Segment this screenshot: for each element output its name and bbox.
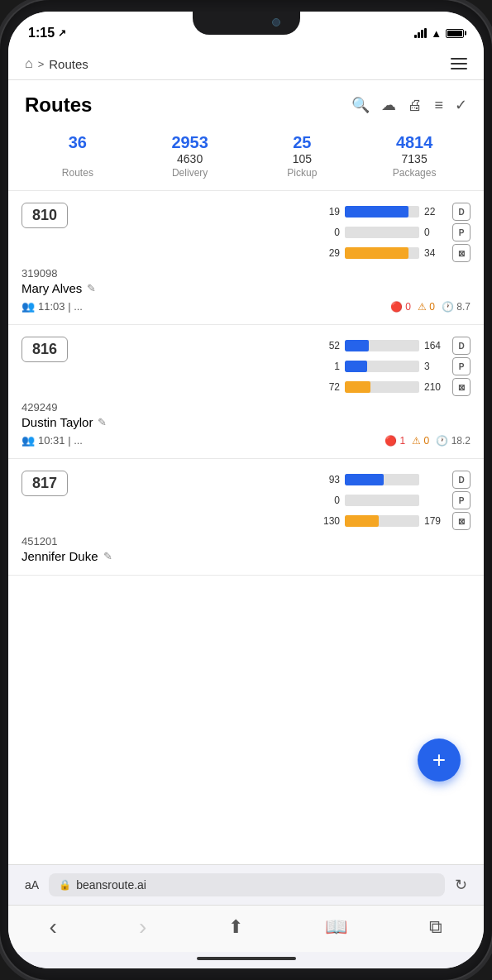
fab-add-button[interactable]: + <box>418 739 461 782</box>
bar-row-1-0: 52 164 D <box>84 337 471 355</box>
stat-delivery-sub: 4630 <box>134 152 246 165</box>
bar-track <box>345 515 419 527</box>
bar-fill <box>345 515 379 527</box>
check-circle-icon[interactable]: ✓ <box>455 96 467 114</box>
bookmarks-button[interactable]: 📖 <box>325 916 347 938</box>
bar-right-num: 179 <box>424 515 447 527</box>
badge-red: 🔴 1 <box>385 435 405 447</box>
badge-yellow: ⚠ 0 <box>412 435 429 447</box>
bar-fill <box>345 361 367 372</box>
route-card-816: 816 52 164 D 1 3 P <box>8 325 484 459</box>
route-bars: 52 164 D 1 3 P 72 <box>68 337 471 396</box>
bar-row-0-2: 29 34 ⊠ <box>84 244 471 262</box>
stat-pickup-sub: 105 <box>246 152 359 165</box>
bar-fill <box>345 381 370 393</box>
breadcrumb-separator: > <box>38 58 45 70</box>
font-toggle[interactable]: aA <box>25 878 39 892</box>
bar-track <box>345 495 419 506</box>
route-id-badge[interactable]: 817 <box>21 471 68 496</box>
stat-routes-label: Routes <box>21 167 134 179</box>
bar-fill <box>345 340 369 351</box>
route-code: 451201 <box>21 535 471 547</box>
route-code: 429249 <box>21 401 471 414</box>
stat-packages: 4814 7135 Packages <box>358 133 471 179</box>
lock-icon: 🔒 <box>59 879 71 891</box>
bar-left-num: 1 <box>320 361 340 372</box>
bar-left-num: 130 <box>320 515 340 527</box>
route-time: 👥 10:31 | ... <box>21 434 83 447</box>
bar-type-icon: ⊠ <box>452 512 471 530</box>
bar-right-num: 210 <box>424 381 447 393</box>
route-code: 319098 <box>21 267 471 280</box>
home-icon[interactable]: ⌂ <box>25 56 33 71</box>
route-time-value: 11:03 | ... <box>38 300 83 313</box>
phone-frame: 1:15 ↗ ▲ ⌂ > Routes <box>0 0 492 980</box>
bar-type-icon: ⊠ <box>452 378 471 396</box>
bar-row-2-0: 93 D <box>84 471 471 489</box>
route-time-value: 10:31 | ... <box>38 434 83 447</box>
phone-screen: 1:15 ↗ ▲ ⌂ > Routes <box>8 12 484 968</box>
bar-fill <box>345 206 408 218</box>
bar-type-icon: ⊠ <box>452 244 471 262</box>
edit-icon[interactable]: ✎ <box>87 282 96 294</box>
share-button[interactable]: ⬆ <box>228 916 243 938</box>
filter-icon[interactable]: ≡ <box>434 97 443 114</box>
route-name: Jennifer Duke <box>21 549 98 563</box>
stats-grid: 36 0 Routes 2953 4630 Delivery 25 105 Pi… <box>8 125 484 191</box>
reload-icon[interactable]: ↻ <box>455 876 467 894</box>
route-bars: 19 22 D 0 0 P 29 <box>68 203 471 262</box>
bar-left-num: 72 <box>320 381 340 393</box>
route-info: 429249 Dustin Taylor ✎ 👥 10:31 | ... 🔴 1… <box>21 401 471 447</box>
forward-button[interactable]: › <box>139 914 146 940</box>
bar-track <box>345 361 419 372</box>
route-cards-container: 810 19 22 D 0 0 P <box>8 191 484 576</box>
route-id-badge[interactable]: 816 <box>21 337 68 362</box>
badge-clock: 🕐 18.2 <box>436 435 471 447</box>
location-arrow-icon: ↗ <box>58 27 66 39</box>
route-top: 817 93 D 0 P <box>21 471 471 530</box>
route-name: Mary Alves <box>21 281 82 295</box>
nav-bar: ⌂ > Routes <box>8 48 484 80</box>
print-icon[interactable]: 🖨 <box>408 97 423 114</box>
url-text: beansroute.ai <box>76 878 146 892</box>
stat-routes: 36 0 Routes <box>21 133 134 179</box>
bar-left-num: 52 <box>320 340 340 351</box>
home-bar <box>197 957 296 960</box>
bar-row-0-0: 19 22 D <box>84 203 471 221</box>
route-top: 810 19 22 D 0 0 P <box>21 203 471 262</box>
route-info: 319098 Mary Alves ✎ 👥 11:03 | ... 🔴 0 ⚠ … <box>21 267 471 313</box>
menu-button[interactable] <box>451 58 467 69</box>
route-card-810: 810 19 22 D 0 0 P <box>8 191 484 325</box>
bar-track <box>345 227 419 238</box>
bar-right-num: 0 <box>424 227 447 238</box>
breadcrumb: ⌂ > Routes <box>25 56 88 71</box>
bar-left-num: 19 <box>320 206 340 218</box>
stat-delivery-label: Delivery <box>134 167 246 179</box>
route-badges: 🔴 0 ⚠ 0 🕐 8.7 <box>390 301 471 313</box>
status-time: 1:15 ↗ <box>28 26 66 41</box>
bar-row-2-2: 130 179 ⊠ <box>84 512 471 530</box>
cloud-upload-icon[interactable]: ☁ <box>381 96 396 114</box>
route-bars: 93 D 0 P 130 <box>68 471 471 530</box>
breadcrumb-label: Routes <box>49 57 88 71</box>
url-bar[interactable]: 🔒 beansroute.ai <box>49 873 445 896</box>
bar-fill <box>345 247 408 259</box>
page-header: Routes 🔍 ☁ 🖨 ≡ ✓ <box>8 80 484 125</box>
back-button[interactable]: ‹ <box>50 914 57 940</box>
bar-left-num: 93 <box>320 474 340 485</box>
bar-right-num: 22 <box>424 206 447 218</box>
notch <box>193 12 300 35</box>
bar-row-2-1: 0 P <box>84 491 471 509</box>
bar-row-1-1: 1 3 P <box>84 357 471 375</box>
bar-row-0-1: 0 0 P <box>84 223 471 241</box>
search-icon[interactable]: 🔍 <box>351 96 370 114</box>
edit-icon[interactable]: ✎ <box>103 550 112 562</box>
stat-packages-sub: 7135 <box>358 152 471 165</box>
route-card-817: 817 93 D 0 P <box>8 459 484 576</box>
route-id-badge[interactable]: 810 <box>21 203 68 228</box>
tabs-button[interactable]: ⧉ <box>429 916 442 938</box>
bar-right-num: 34 <box>424 247 447 259</box>
bar-type-icon: P <box>452 223 471 241</box>
front-camera <box>272 18 280 26</box>
edit-icon[interactable]: ✎ <box>98 416 107 428</box>
